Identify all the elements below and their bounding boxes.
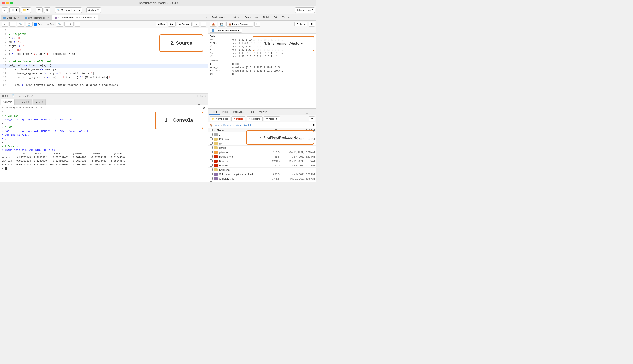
tab-tutorial[interactable]: Tutorial [280, 14, 293, 20]
minimize-editor-btn[interactable]: ⎯ [199, 16, 203, 19]
tab-sim-estimates[interactable]: sim_estimates.R ✕ [22, 15, 52, 20]
fullscreen-button[interactable] [10, 2, 13, 4]
source-on-save-checkbox[interactable] [34, 23, 37, 26]
console-content[interactable]: ~/Desktop/Introduction2R/ ➜ > > # var si… [0, 105, 208, 182]
select-all-check[interactable] [210, 128, 214, 132]
print-button[interactable]: 🖶 [44, 8, 50, 13]
refresh-env-button[interactable]: ↻ [309, 22, 315, 27]
list-item[interactable]: .Rhistory 2.2 KB Mar 11, 2021, 10:57 AM [208, 159, 316, 163]
env-row-res[interactable]: res num [1:3, 1:10000] 9.9 10.6 11.2 1..… [208, 38, 316, 41]
find-button[interactable]: 🔍 [17, 22, 24, 27]
workspace-button[interactable]: Introduction2R [295, 8, 315, 13]
minimize-files-btn[interactable]: ⎯ [305, 110, 309, 114]
more-options-button[interactable]: ≡ [201, 22, 206, 27]
maximize-console-btn[interactable]: □ [202, 101, 206, 105]
code-editor[interactable]: 3 4# Sim param 5n <- 30 6mu <- 10 7sigma… [0, 28, 208, 93]
list-item[interactable]: .DS_Store 6 KB Mar 5, 2021, 6:22 PM [208, 137, 316, 141]
env-row-w2[interactable]: W2 num [1:3, 1:30] 0.263 -1.035 0.848... [208, 48, 316, 51]
run-button[interactable]: ▶ Run [156, 22, 167, 26]
undo-button[interactable]: ← [2, 22, 8, 27]
back-button[interactable]: ← [2, 8, 8, 13]
list-item[interactable]: 01-Introduction-get-started.Rmd 828 B Ma… [208, 172, 316, 176]
tab-close-terminal[interactable]: ✕ [28, 101, 30, 103]
import-dataset-button[interactable]: 📥 Import Dataset ▼ [226, 22, 253, 27]
path-desktop[interactable]: Desktop [224, 124, 232, 126]
list-item[interactable]: .github [208, 146, 316, 150]
env-row-mu[interactable]: mu 10 [208, 72, 316, 76]
redo-button[interactable]: → [10, 22, 16, 27]
tab-intro[interactable]: 01-Introduction-get-started.Rmd ✕ [52, 15, 98, 20]
tab-console[interactable]: Console [1, 99, 14, 105]
list-item[interactable]: .Rprofile 26 B Mar 4, 2021, 6:51 PM [208, 163, 316, 168]
save-file-button[interactable]: 💾 [26, 22, 32, 27]
minimize-console-btn[interactable]: ⎯ [197, 101, 201, 105]
list-item[interactable]: .. [208, 132, 316, 137]
global-env-dropdown[interactable]: Global Environment ▼ [210, 28, 242, 32]
sync-button[interactable]: ↻ [313, 124, 315, 126]
tab-git[interactable]: Git [271, 14, 280, 20]
search-button[interactable]: 🔍 [56, 22, 63, 27]
open-file-button[interactable]: 📁 ▼ [21, 8, 31, 13]
tab-close-sim[interactable]: ✕ [48, 16, 49, 19]
env-row-w1[interactable]: W1 num [1:2, 1:30] 0.127 -0.187 0.12 ... [208, 45, 316, 48]
list-item[interactable]: .gitignore 310 B Mar 11, 2021, 10:35 AM [208, 150, 316, 154]
broom-button[interactable]: ✂ [254, 22, 260, 27]
run-options-button[interactable]: ▶▶ [168, 22, 176, 27]
list-item[interactable]: 02-install.Rmd 3.4 KB Mar 11, 2021, 8:45… [208, 176, 316, 181]
save-workspace-button[interactable]: 💾 [218, 22, 225, 27]
tab-viewer[interactable]: Viewer [256, 109, 269, 115]
tab-packages[interactable]: Packages [230, 109, 246, 115]
tab-environment[interactable]: Environment [209, 14, 229, 20]
tab-close-intro[interactable]: ✕ [94, 16, 96, 19]
minimize-button[interactable] [6, 2, 9, 4]
tab-build[interactable]: Build [260, 14, 271, 20]
load-workspace-button[interactable]: 📥 [210, 22, 217, 27]
close-button[interactable] [2, 2, 5, 4]
env-row-mean-sim[interactable]: mean_sim Named num [1:6] 9.9975 9.9987 -… [208, 66, 316, 69]
env-row-simul[interactable]: simul num [1:10000, 1:6] 10 10.2 10.1 10… [208, 41, 316, 45]
tab-files[interactable]: Files [209, 109, 220, 115]
file-size: 3.4 KB [262, 178, 280, 180]
save-button[interactable]: 💾 [36, 8, 43, 13]
maximize-editor-btn[interactable]: □ [204, 16, 208, 19]
goto-file-button[interactable]: 🔍 Go to file/function [55, 8, 82, 13]
tab-plots[interactable]: Plots [220, 109, 230, 115]
source-button[interactable]: ► Source [177, 22, 192, 26]
tab-close-jobs[interactable]: ✕ [42, 101, 43, 103]
env-row-i[interactable]: i 10000L [208, 62, 316, 66]
editor-tab-bar: Untitled1 ✕ sim_estimates.R ✕ 01-Introdu… [0, 14, 208, 21]
source-options-button[interactable]: ▼ [193, 22, 200, 27]
tab-untitled1[interactable]: Untitled1 ✕ [1, 15, 22, 20]
separator2 [52, 8, 53, 12]
more-button[interactable]: ⚙ More ▼ [264, 116, 280, 121]
list-item[interactable]: 03-first-commands.Rmd 2.2 KB Mar 11, 202… [208, 181, 316, 182]
new-file-button[interactable]: 📄 ▼ [10, 8, 20, 13]
tab-close-untitled1[interactable]: ✕ [18, 16, 19, 19]
files-refresh-button[interactable]: ↻ [309, 116, 315, 121]
code-tools-button[interactable]: □ [75, 22, 80, 27]
tab-jobs[interactable]: Jobs ✕ [32, 99, 46, 105]
list-item[interactable]: .Rproj.user [208, 168, 316, 172]
tab-history[interactable]: History [229, 14, 242, 20]
list-item[interactable]: .Rbuildignore 31 B Mar 4, 2021, 6:51 PM [208, 154, 316, 159]
rename-button[interactable]: ✎ Rename [246, 116, 262, 121]
list-item[interactable]: .git [208, 141, 316, 146]
minimize-env-btn[interactable]: ⎯ [305, 16, 309, 19]
path-home[interactable]: Home [214, 124, 220, 126]
list-view-button[interactable]: ≣ List ▼ [294, 22, 308, 26]
env-row-mse-sim[interactable]: MSE_sim Named num [1:6] 0.0331 0.1239 10… [208, 69, 316, 72]
format-button[interactable]: ✏ ▼ [64, 22, 74, 27]
new-folder-button[interactable]: 📁 New Folder [210, 116, 230, 121]
tab-help[interactable]: Help [246, 109, 257, 115]
addins-button[interactable]: Addins ▼ [86, 8, 101, 13]
env-row-x1[interactable]: X1 num [1:30, 1:2] 1 1 1 1 1 1 1 1 1 ... [208, 51, 316, 54]
env-row-x2[interactable]: X2 num [1:30, 1:3] 1 1 1 1 1 1 1 1 1 ... [208, 54, 316, 58]
delete-button[interactable]: ✕ Delete [231, 116, 245, 121]
tab-connections[interactable]: Connections [242, 14, 260, 20]
maximize-env-btn[interactable]: □ [310, 16, 314, 19]
tab-terminal[interactable]: Terminal ✕ [15, 99, 32, 105]
maximize-files-btn[interactable]: □ [310, 110, 314, 114]
code-line-16: 16 [0, 80, 208, 83]
clear-console-button[interactable]: ✕ [202, 106, 206, 110]
path-intro2r[interactable]: Introduction2R [236, 124, 251, 126]
